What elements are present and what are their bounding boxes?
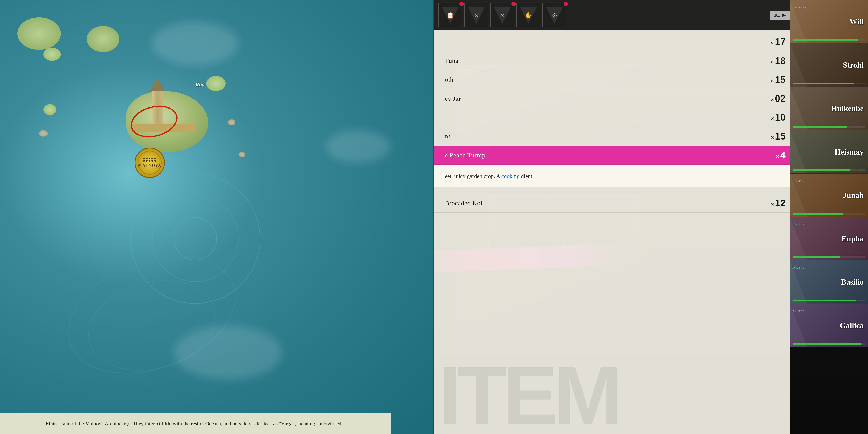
nav-tab-3[interactable]: ✕ <box>490 3 514 27</box>
island-top-left <box>18 18 61 50</box>
nav-dot-1 <box>459 2 464 6</box>
item-qty-5: ×15 <box>760 131 785 142</box>
char-tab-shape-strohl <box>790 43 807 87</box>
item-qty-7: ×12 <box>760 198 785 209</box>
char-name-basilio: Basilio <box>841 278 864 287</box>
item-name-5: ns <box>445 132 760 140</box>
qty-x-2: × <box>771 78 774 84</box>
char-health-fill-heismay <box>793 169 850 171</box>
item-name-7: Brocaded Koi <box>445 199 760 207</box>
char-name-eupha: Eupha <box>841 234 864 243</box>
item-qty-4: ×10 <box>760 112 785 123</box>
nav-dot-5 <box>563 2 568 6</box>
char-item-basilio[interactable]: Party Basilio <box>790 260 868 304</box>
qty-x-5: × <box>771 134 774 141</box>
map-panel: MALNOVA Roy Main island of the Malnova A… <box>0 0 434 434</box>
item-name-2: oth <box>445 76 760 83</box>
tower-roof <box>150 78 165 91</box>
map-label-line <box>191 85 256 85</box>
emblem-dot <box>152 158 153 159</box>
item-detail-description: eet, juicy garden crop. A cooking dient. <box>445 172 783 181</box>
item-row-0[interactable]: ×17 <box>434 33 794 52</box>
nav-tab-1[interactable]: 📋 <box>438 3 462 27</box>
item-list: ×17 Tuna ×18 oth ×15 ey Jar <box>434 30 794 215</box>
item-name-6: e Peach Turnip <box>445 152 760 159</box>
char-label-eupha: Party <box>793 221 805 226</box>
emblem-dot <box>154 160 156 162</box>
item-detail-panel: eet, juicy garden crop. A cooking dient. <box>434 165 794 187</box>
char-health-bar-hulken <box>793 126 865 128</box>
tab-icon-notepad: 📋 <box>446 12 454 19</box>
item-qty-6: ×4 <box>760 150 785 161</box>
cloud-3 <box>174 326 282 380</box>
emblem-text: MALNOVA <box>138 163 161 168</box>
tab-icon-x: ✕ <box>500 12 505 19</box>
island-small-1 <box>43 48 61 61</box>
rock-3 <box>228 119 236 125</box>
rock-1 <box>39 130 48 137</box>
char-label-junah: Party <box>793 178 805 183</box>
char-tab-shape-hulken <box>790 87 807 130</box>
item-row-3[interactable]: ey Jar ×02 <box>434 89 794 108</box>
emblem-dot <box>143 158 145 159</box>
qty-x-0: × <box>771 40 774 46</box>
tab-icon-hand: ✋ <box>525 12 532 19</box>
item-row-5[interactable]: ns ×15 <box>434 127 794 146</box>
island-top-right <box>87 26 119 52</box>
char-health-fill-will <box>793 39 858 41</box>
tab-icon-sword: ⚔ <box>474 12 479 19</box>
char-label-will: Leader <box>793 4 807 9</box>
emblem-dot <box>149 158 150 159</box>
emblem-dot <box>154 158 156 159</box>
char-health-fill-hulken <box>793 126 847 128</box>
cooking-link[interactable]: cooking <box>501 173 520 179</box>
cloud-1 <box>152 22 239 65</box>
item-watermark: ITEM <box>438 348 618 434</box>
item-qty-2: ×15 <box>760 74 785 85</box>
char-label-gallica: Guide <box>793 308 805 313</box>
item-row-7[interactable]: Brocaded Koi ×12 <box>434 194 794 213</box>
nav-tab-2[interactable]: ⚔ <box>464 3 488 27</box>
qty-x-6: × <box>776 153 779 160</box>
char-item-eupha[interactable]: Party Eupha <box>790 217 868 260</box>
item-qty-3: ×02 <box>760 93 785 104</box>
char-name-junah: Junah <box>843 191 864 200</box>
qty-x-7: × <box>771 201 774 208</box>
item-menu: 📋 ⚔ ✕ ✋ ⊙ <box>434 0 794 434</box>
item-name-1: Tuna <box>445 57 760 64</box>
char-name-hulken: Hulkenbe <box>831 104 864 113</box>
nav-dot-3 <box>512 2 516 6</box>
emblem-dots <box>143 158 156 162</box>
emblem-dot <box>146 160 148 162</box>
item-row-1[interactable]: Tuna ×18 <box>434 52 794 70</box>
char-name-will: Will <box>849 17 864 26</box>
qty-x-4: × <box>771 115 774 122</box>
char-item-hulkenbe[interactable]: Hulkenbe <box>790 87 868 130</box>
char-item-heismay[interactable]: Heismay <box>790 130 868 174</box>
char-item-strohl[interactable]: Strohl <box>790 43 868 87</box>
emblem-dot <box>149 160 150 162</box>
tab-icon-question: ⊙ <box>552 12 557 19</box>
main-container: MALNOVA Roy Main island of the Malnova A… <box>0 0 868 434</box>
item-row-2[interactable]: oth ×15 <box>434 70 794 89</box>
item-qty-1: ×18 <box>760 55 785 66</box>
char-item-will[interactable]: Leader Will <box>790 0 868 43</box>
rock-2 <box>239 152 245 157</box>
nav-tab-4[interactable]: ✋ <box>517 3 540 27</box>
char-health-bar-gallica <box>793 343 865 345</box>
char-health-fill-strohl <box>793 83 854 85</box>
emblem-dot <box>146 158 148 159</box>
item-name-3: ey Jar <box>445 95 760 102</box>
char-health-bar-strohl <box>793 83 865 85</box>
item-row-6-selected[interactable]: e Peach Turnip ×4 <box>434 146 794 165</box>
char-health-fill-gallica <box>793 343 861 345</box>
r1-button[interactable]: R1 ▶ <box>770 11 790 20</box>
char-health-bar-basilio <box>793 300 865 302</box>
char-item-junah[interactable]: Party Junah <box>790 174 868 217</box>
nav-tab-5[interactable]: ⊙ <box>542 3 566 27</box>
char-item-gallica[interactable]: Guide Gallica <box>790 304 868 347</box>
char-name-strohl: Strohl <box>843 61 864 70</box>
item-row-4[interactable]: ×10 <box>434 108 794 127</box>
char-name-gallica: Gallica <box>840 321 864 330</box>
island-small-3 <box>206 76 226 91</box>
